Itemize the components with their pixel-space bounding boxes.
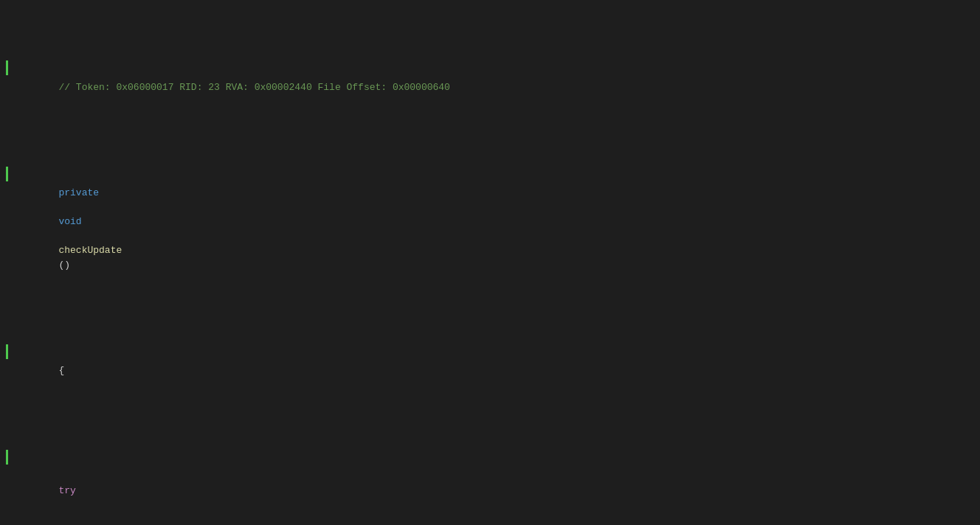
line-method-decl: private void checkUpdate () xyxy=(0,167,980,287)
kw-try: try xyxy=(58,485,75,496)
line-try: try xyxy=(0,450,980,512)
line-open-brace-main: { xyxy=(0,344,980,393)
green-indicator xyxy=(6,344,8,359)
code-block: // Token: 0x06000017 RID: 23 RVA: 0x0000… xyxy=(0,0,980,525)
kw-private: private xyxy=(58,187,99,198)
green-indicator xyxy=(6,60,8,75)
code-editor: // Token: 0x06000017 RID: 23 RVA: 0x0000… xyxy=(0,0,980,525)
line-comment: // Token: 0x06000017 RID: 23 RVA: 0x0000… xyxy=(0,60,980,109)
green-indicator xyxy=(6,167,8,181)
comment-text: // Token: 0x06000017 RID: 23 RVA: 0x0000… xyxy=(58,82,450,93)
green-indicator xyxy=(6,450,8,465)
kw-void: void xyxy=(58,216,81,227)
method-name: checkUpdate xyxy=(58,245,122,256)
